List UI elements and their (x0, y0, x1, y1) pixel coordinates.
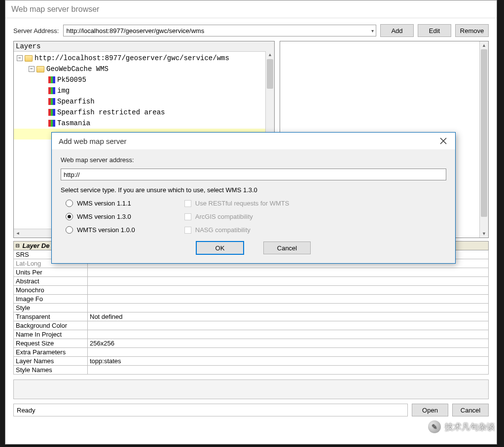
radio-icon (66, 213, 73, 220)
dialog-hint: Select service type. If you are unsure w… (61, 186, 446, 194)
detail-value (88, 268, 489, 277)
detail-value (88, 330, 489, 339)
layers-header: Layers (14, 41, 274, 52)
radio-icon (66, 226, 73, 234)
collapse-icon[interactable]: − (29, 66, 35, 72)
close-button[interactable] (436, 135, 450, 147)
window-title: Web map server browser (5, 0, 497, 18)
bottom-panel (13, 379, 489, 399)
checkbox-label: ArcGIS compatibility (195, 213, 253, 220)
layer-icon (48, 98, 55, 105)
option-checkbox: NASG compatibility (184, 226, 289, 234)
service-type-radio[interactable]: WMS version 1.1.1 (66, 200, 135, 207)
table-row[interactable]: Name In Project (14, 330, 489, 339)
collapse-icon[interactable]: − (17, 55, 23, 61)
tree-group[interactable]: − GeoWebCache WMS (14, 64, 274, 74)
table-row[interactable]: Background Color (14, 321, 489, 330)
watermark-text: 技术凡句杂谈 (445, 421, 495, 433)
detail-value: topp:states (88, 357, 489, 366)
tree-item[interactable]: Pk50095 (14, 74, 274, 85)
edit-button[interactable]: Edit (418, 24, 451, 37)
detail-value (88, 295, 489, 304)
add-button[interactable]: Add (380, 24, 414, 37)
open-button[interactable]: Open (412, 404, 448, 416)
folder-icon (36, 66, 44, 72)
tree-root-label: http://localhost:8977/geoserver/gwc/serv… (35, 54, 229, 62)
table-row[interactable]: Style (14, 304, 489, 312)
layer-icon (48, 120, 55, 127)
dialog-body: Web map server address: Select service t… (52, 149, 455, 263)
detail-value (88, 348, 489, 357)
server-address-select[interactable]: http://localhost:8977/geoserver/gwc/serv… (63, 25, 377, 36)
scroll-left-icon[interactable]: ◀ (14, 229, 22, 238)
scroll-down-icon[interactable]: ▼ (480, 230, 488, 238)
checkbox-label: Use RESTful requests for WMTS (195, 200, 289, 207)
detail-value (88, 277, 489, 286)
detail-key: Monochro (14, 286, 88, 295)
detail-key: Style Names (14, 366, 88, 375)
table-row[interactable]: Units Per (14, 268, 489, 277)
option-checkbox: ArcGIS compatibility (184, 213, 289, 220)
remove-button[interactable]: Remove (455, 24, 489, 37)
checkbox-label: NASG compatibility (195, 226, 251, 234)
table-row[interactable]: TransparentNot defined (14, 312, 489, 321)
table-row[interactable]: Extra Parameters (14, 348, 489, 357)
service-type-radio[interactable]: WMTS version 1.0.0 (66, 226, 135, 234)
detail-key: Abstract (14, 277, 88, 286)
table-row[interactable]: Image Fo (14, 295, 489, 304)
tree-item[interactable]: Tasmania (14, 118, 274, 129)
scroll-thumb[interactable] (481, 49, 487, 217)
option-checkbox: Use RESTful requests for WMTS (184, 200, 289, 207)
detail-value (88, 304, 489, 312)
tree-item[interactable]: Spearfish (14, 96, 274, 107)
scroll-up-icon[interactable]: ▲ (480, 41, 488, 49)
window-title-text: Web map server browser (11, 5, 99, 14)
layer-icon (48, 87, 55, 94)
close-icon (440, 138, 447, 144)
tree-item-label: Spearfish (57, 98, 95, 105)
preview-scroll-v[interactable]: ▲ ▼ (479, 41, 488, 238)
detail-value (88, 366, 489, 375)
server-url-input[interactable] (61, 169, 446, 180)
tree-root[interactable]: − http://localhost:8977/geoserver/gwc/se… (14, 53, 274, 64)
dialog-titlebar: Add web map server (52, 133, 455, 149)
address-row: Server Address: http://localhost:8977/ge… (5, 18, 497, 41)
chevron-down-icon: ▾ (371, 28, 374, 34)
tree-item-label: Pk50095 (57, 76, 86, 84)
detail-value: 256x256 (88, 339, 489, 348)
layer-icon (48, 76, 55, 83)
table-row[interactable]: Request Size256x256 (14, 339, 489, 348)
folder-icon (25, 55, 33, 62)
detail-value (88, 286, 489, 295)
layer-icon (48, 109, 55, 116)
table-row[interactable]: Monochro (14, 286, 489, 295)
radio-label: WMTS version 1.0.0 (77, 226, 135, 234)
radio-label: WMS version 1.3.0 (77, 213, 131, 220)
table-row[interactable]: Abstract (14, 277, 489, 286)
tree-item-label: Tasmania (57, 119, 90, 127)
tree-item-label: Spearfish restricted areas (57, 108, 165, 116)
checkbox-icon (184, 227, 191, 234)
tree-group-label: GeoWebCache WMS (46, 65, 108, 73)
dialog-address-label: Web map server address: (61, 156, 446, 164)
checkbox-icon (184, 200, 191, 207)
cancel-button[interactable]: Cancel (452, 404, 489, 416)
table-row[interactable]: Layer Namestopp:states (14, 357, 489, 366)
add-server-dialog: Add web map server Web map server addres… (51, 132, 456, 264)
radio-icon (66, 200, 73, 207)
dialog-cancel-button[interactable]: Cancel (263, 241, 311, 254)
scroll-thumb[interactable] (267, 59, 273, 89)
detail-key: Request Size (14, 339, 88, 348)
detail-key: Units Per (14, 268, 88, 277)
detail-key: Layer Names (14, 357, 88, 366)
scroll-up-icon[interactable]: ▲ (266, 51, 274, 59)
status-bar: Ready Open Cancel (5, 402, 497, 419)
detail-key: Extra Parameters (14, 348, 88, 357)
watermark-icon: ✎ (428, 420, 441, 433)
dialog-ok-button[interactable]: OK (196, 241, 244, 254)
table-row[interactable]: Style Names (14, 366, 489, 375)
checkbox-icon (184, 213, 191, 220)
tree-item[interactable]: img (14, 85, 274, 96)
service-type-radio[interactable]: WMS version 1.3.0 (66, 213, 135, 220)
tree-item[interactable]: Spearfish restricted areas (14, 107, 274, 118)
